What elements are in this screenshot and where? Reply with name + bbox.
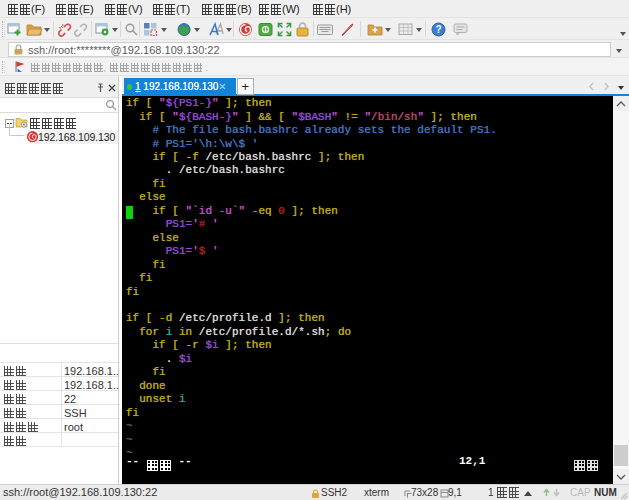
svg-text:?: ?: [435, 24, 441, 35]
